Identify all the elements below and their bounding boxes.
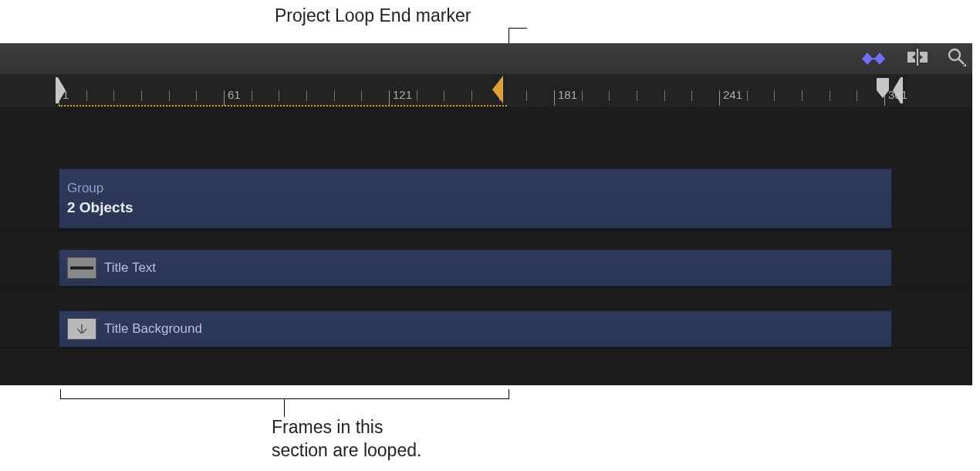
ruler-tick-minor	[169, 90, 170, 101]
ruler-tick-minor	[113, 90, 114, 101]
ruler-tick-minor	[857, 90, 857, 101]
snap-icon[interactable]	[907, 49, 928, 69]
layer-name: Title Text	[104, 260, 156, 276]
ruler-label: 181	[558, 88, 577, 101]
group-name: Group	[67, 181, 103, 196]
track-group[interactable]: Group 2 Objects	[59, 168, 892, 229]
callout-frames-1: Frames in this	[272, 417, 383, 438]
ruler-tick-minor	[609, 90, 610, 101]
ruler-tick-minor	[279, 90, 279, 101]
svg-rect-3	[917, 49, 918, 66]
ruler-tick-minor	[802, 90, 803, 101]
track-title-background[interactable]: Title Background	[59, 310, 892, 347]
svg-marker-4	[907, 52, 915, 63]
ruler-tick-minor	[691, 90, 692, 101]
play-range-start-marker[interactable]	[56, 76, 62, 105]
keyframes-icon[interactable]	[861, 52, 887, 66]
ruler-label: 61	[228, 88, 241, 101]
ruler-tick-minor	[306, 90, 307, 101]
svg-marker-5	[920, 52, 928, 63]
ruler-tick-minor	[444, 90, 444, 101]
svg-marker-12	[893, 77, 901, 103]
zoom-icon[interactable]	[948, 48, 966, 69]
callout-bracket	[60, 389, 509, 399]
ruler-tick-minor	[141, 90, 142, 101]
layer-thumbnail	[67, 318, 96, 340]
ruler-label: 241	[723, 88, 742, 101]
ruler-tick-minor	[471, 90, 472, 101]
ruler-tick-minor	[747, 90, 748, 101]
tracks-area[interactable]: Group 2 Objects Title Text Title Backgro…	[0, 107, 972, 385]
ruler-tick-minor	[526, 90, 527, 101]
ruler-tick-minor	[86, 90, 87, 101]
svg-point-6	[949, 49, 960, 60]
svg-line-7	[958, 59, 964, 64]
svg-marker-10	[58, 77, 66, 103]
play-range-end-marker[interactable]	[892, 76, 903, 105]
callout-leader-bottom	[284, 398, 285, 417]
group-subtitle: 2 Objects	[67, 199, 133, 216]
track-title-text[interactable]: Title Text	[59, 249, 892, 286]
playhead[interactable]	[874, 76, 892, 105]
ruler-tick-minor	[774, 90, 775, 101]
timeline-panel: 161121181241301	[0, 43, 972, 385]
ruler-label: 121	[393, 88, 412, 101]
ruler-tick-minor	[361, 90, 362, 101]
ruler-tick-major	[389, 90, 390, 106]
svg-rect-2	[871, 58, 877, 59]
ruler-tick-major	[224, 90, 225, 106]
timeline-ruler[interactable]: 161121181241301	[0, 74, 972, 107]
ruler-tick-minor	[637, 90, 637, 101]
layer-thumbnail	[67, 257, 96, 279]
ruler-tick-minor	[830, 90, 830, 101]
callout-loop-end: Project Loop End marker	[275, 5, 471, 26]
ruler-tick-major	[719, 90, 720, 106]
ruler-tick-minor	[417, 90, 417, 101]
ruler-tick-major	[554, 90, 555, 106]
ruler-tick-minor	[196, 90, 197, 101]
callout-frames-2: section are looped.	[272, 440, 421, 461]
timeline-toolbar	[0, 43, 972, 75]
svg-marker-0	[862, 53, 873, 65]
svg-rect-11	[901, 77, 903, 103]
ruler-tick-minor	[664, 90, 665, 101]
layer-name: Title Background	[104, 321, 202, 337]
svg-rect-9	[56, 77, 58, 103]
ruler-tick-minor	[582, 90, 583, 101]
callout-leader-top-h	[509, 28, 527, 29]
ruler-tick-minor	[252, 90, 252, 101]
ruler-tick-minor	[334, 90, 335, 101]
